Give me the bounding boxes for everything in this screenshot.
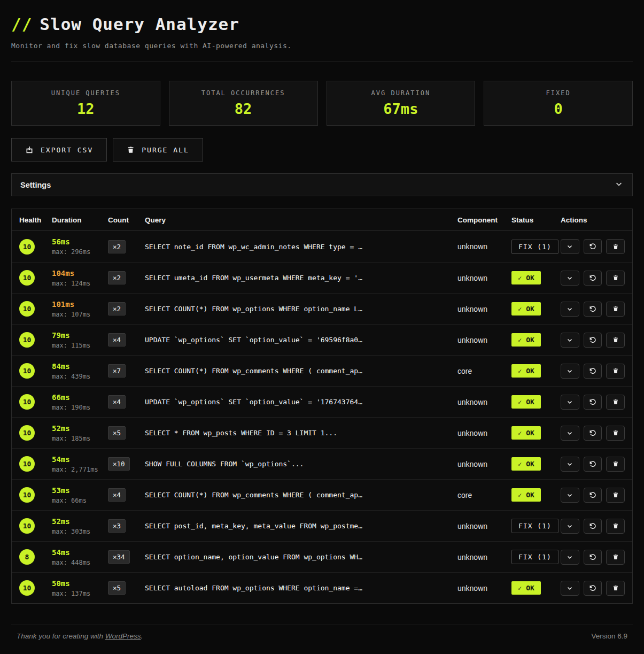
reanalyze-button[interactable] <box>584 457 602 472</box>
delete-row-button[interactable] <box>606 426 625 441</box>
delete-row-button[interactable] <box>606 581 625 596</box>
row-actions <box>561 488 625 503</box>
col-header-count: Count <box>108 216 145 224</box>
reanalyze-button[interactable] <box>584 488 602 503</box>
status-badge: ✓OK <box>511 581 541 595</box>
duration-cell: 101ms max: 107ms <box>52 300 108 318</box>
reanalyze-button[interactable] <box>584 550 602 565</box>
col-header-health: Health <box>19 216 52 224</box>
expand-row-button[interactable] <box>561 302 579 317</box>
expand-row-button[interactable] <box>561 333 579 348</box>
delete-row-button[interactable] <box>606 271 625 286</box>
query-text: SELECT autoload FROM wp_options WHERE op… <box>145 584 457 592</box>
wordpress-link[interactable]: WordPress <box>105 632 141 640</box>
duration-cell: 52ms max: 185ms <box>52 424 108 442</box>
row-actions <box>561 395 625 410</box>
reanalyze-button[interactable] <box>584 364 602 379</box>
duration-cell: 50ms max: 137ms <box>52 579 108 597</box>
expand-row-button[interactable] <box>561 457 579 472</box>
count-badge: ×4 <box>108 488 126 502</box>
reanalyze-button[interactable] <box>584 333 602 348</box>
count-badge: ×34 <box>108 550 130 564</box>
delete-row-button[interactable] <box>606 488 625 503</box>
status-badge: ✓OK <box>511 302 541 316</box>
health-cell: 10 <box>19 239 52 255</box>
query-text: SELECT COUNT(*) FROM wp_comments WHERE (… <box>145 491 457 499</box>
delete-row-button[interactable] <box>606 364 625 379</box>
chevron-down-icon <box>566 274 573 282</box>
duration-cell: 53ms max: 66ms <box>52 486 108 504</box>
delete-row-button[interactable] <box>606 550 625 565</box>
count-cell: ×2 <box>108 240 145 253</box>
duration-cell: 52ms max: 303ms <box>52 517 108 535</box>
duration-value: 79ms <box>52 331 108 340</box>
row-actions <box>561 426 625 441</box>
health-score-badge: 10 <box>19 301 35 317</box>
status-badge: ✓OK <box>511 457 541 471</box>
status-badge[interactable]: FIX (1) <box>511 550 558 564</box>
trash-icon <box>612 305 619 312</box>
expand-row-button[interactable] <box>561 271 579 286</box>
reanalyze-button[interactable] <box>584 395 602 410</box>
query-table-row: 10 79ms max: 115ms ×4 UPDATE `wp_options… <box>12 324 632 355</box>
reanalyze-button[interactable] <box>584 302 602 317</box>
expand-row-button[interactable] <box>561 239 579 254</box>
component-label: unknown <box>457 305 511 313</box>
status-badge[interactable]: FIX (1) <box>511 240 558 254</box>
duration-cell: 66ms max: 190ms <box>52 393 108 411</box>
delete-row-button[interactable] <box>606 302 625 317</box>
component-label: unknown <box>457 553 511 561</box>
reanalyze-button[interactable] <box>584 271 602 286</box>
chevron-down-icon <box>566 553 573 561</box>
trash-icon <box>612 367 619 374</box>
status-badge: ✓OK <box>511 426 541 440</box>
thanks-suffix: . <box>141 632 143 640</box>
stat-value: 12 <box>77 101 95 117</box>
reanalyze-button[interactable] <box>584 581 602 596</box>
expand-row-button[interactable] <box>561 581 579 596</box>
col-header-actions: Actions <box>561 216 625 224</box>
col-header-component: Component <box>457 216 511 224</box>
delete-row-button[interactable] <box>606 395 625 410</box>
slow-query-analyzer-page: //Slow Query Analyzer Monitor and fix sl… <box>0 14 644 640</box>
settings-accordion[interactable]: Settings <box>11 173 633 196</box>
count-badge: ×5 <box>108 581 126 595</box>
reanalyze-button[interactable] <box>584 519 602 534</box>
refresh-icon <box>589 491 596 499</box>
status-cell: FIX (1) <box>511 550 561 564</box>
expand-row-button[interactable] <box>561 550 579 565</box>
duration-max: max: 137ms <box>52 590 108 597</box>
expand-row-button[interactable] <box>561 519 579 534</box>
health-cell: 10 <box>19 332 52 348</box>
stat-label: AVG DURATION <box>371 89 431 97</box>
export-csv-button[interactable]: EXPORT CSV <box>11 138 107 161</box>
expand-row-button[interactable] <box>561 364 579 379</box>
delete-row-button[interactable] <box>606 519 625 534</box>
refresh-icon <box>589 274 596 282</box>
health-cell: 10 <box>19 270 52 286</box>
delete-row-button[interactable] <box>606 239 625 254</box>
count-cell: ×5 <box>108 426 145 440</box>
expand-row-button[interactable] <box>561 395 579 410</box>
expand-row-button[interactable] <box>561 488 579 503</box>
stat-card-avg-duration: AVG DURATION 67ms <box>327 81 476 126</box>
delete-row-button[interactable] <box>606 333 625 348</box>
chevron-down-icon <box>566 367 573 375</box>
health-cell: 10 <box>19 518 52 534</box>
reanalyze-button[interactable] <box>584 239 602 254</box>
purge-all-button[interactable]: PURGE ALL <box>113 138 203 161</box>
status-badge[interactable]: FIX (1) <box>511 519 558 533</box>
health-score-badge: 10 <box>19 332 35 348</box>
duration-max: max: 115ms <box>52 342 108 349</box>
delete-row-button[interactable] <box>606 457 625 472</box>
expand-row-button[interactable] <box>561 426 579 441</box>
status-badge: ✓OK <box>511 488 541 502</box>
trash-icon <box>612 553 619 560</box>
query-table-row: 10 66ms max: 190ms ×4 UPDATE `wp_options… <box>12 386 632 417</box>
health-cell: 10 <box>19 487 52 503</box>
count-badge: ×5 <box>108 426 126 440</box>
status-cell: ✓OK <box>511 271 561 284</box>
reanalyze-button[interactable] <box>584 426 602 441</box>
duration-cell: 104ms max: 124ms <box>52 269 108 287</box>
query-text: SHOW FULL COLUMNS FROM `wp_options`... <box>145 460 457 468</box>
